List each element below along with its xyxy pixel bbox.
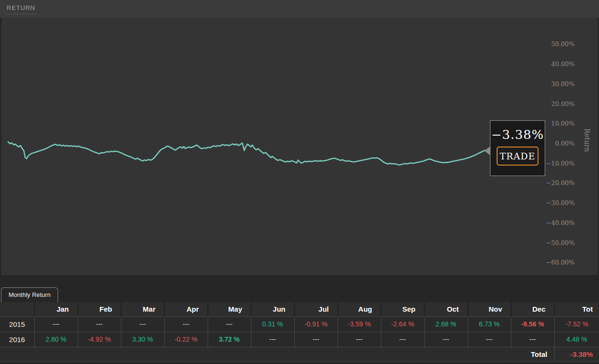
return-tooltip: −3.38% TRADE (490, 120, 545, 176)
y-tick-label: 50.00% (545, 40, 575, 49)
month-column-header-jan: Jan (34, 302, 78, 316)
y-tick-label: −10.00% (545, 159, 575, 168)
tab-monthly-return[interactable]: Monthly Return (1, 287, 58, 302)
return-line-series (8, 142, 485, 165)
month-column-header-nov: Nov (468, 302, 511, 316)
month-column-header-aug: Aug (338, 302, 381, 316)
table-header-row: JanFebMarAprMayJunJulAugSepOctNovDecTot (0, 302, 599, 316)
return-cell: -7.52 % (554, 316, 599, 332)
return-cell: --- (424, 332, 468, 347)
return-chart: 50.00%40.00%30.00%20.00%10.00%0.00%−10.0… (1, 18, 598, 275)
y-tick-label: 40.00% (545, 60, 575, 69)
return-cell: --- (381, 332, 424, 347)
y-tick-label: −60.00% (545, 258, 575, 267)
trade-button[interactable]: TRADE (497, 147, 539, 166)
return-cell: 0.31 % (251, 316, 294, 332)
year-column-header (0, 302, 34, 316)
monthly-return-section: Monthly Return JanFebMarAprMayJunJulAugS… (0, 287, 599, 362)
return-cell: --- (294, 332, 338, 347)
y-tick-label: 30.00% (545, 80, 575, 89)
return-cell: --- (468, 332, 511, 347)
monthly-return-table: JanFebMarAprMayJunJulAugSepOctNovDecTot … (0, 302, 599, 362)
return-cell: -0.91 % (294, 316, 338, 332)
y-tick-label: 20.00% (545, 100, 575, 108)
top-bar: RETURN (0, 0, 599, 18)
return-cell: -3.59 % (338, 316, 381, 332)
return-cell: --- (208, 316, 251, 332)
return-cell: 2.80 % (34, 332, 78, 347)
month-column-header-sep: Sep (381, 302, 424, 316)
return-cell: -0.22 % (164, 332, 208, 347)
return-cell: -9.56 % (511, 316, 554, 332)
return-cell: --- (338, 332, 381, 347)
return-cell: --- (121, 316, 164, 332)
return-cell: 3.72 % (208, 332, 251, 347)
month-column-header-tot: Tot (554, 302, 599, 316)
return-cell: 4.48 % (554, 332, 599, 347)
month-column-header-feb: Feb (78, 302, 121, 316)
return-cell: 2.68 % (424, 316, 468, 332)
y-tick-label: −30.00% (545, 199, 575, 207)
return-cell: --- (164, 316, 208, 332)
table-row-2015: 2015---------------0.31 %-0.91 %-3.59 %-… (0, 316, 599, 332)
year-cell: 2016 (0, 332, 34, 347)
month-column-header-apr: Apr (164, 302, 208, 316)
y-tick-label: −50.00% (545, 239, 575, 247)
table-row-2016: 20162.80 %-4.92 %3.30 %-0.22 %3.72 %----… (0, 332, 599, 347)
return-cell: --- (511, 332, 554, 347)
tooltip-return-value: −3.38% (491, 128, 544, 142)
total-value: -3.38% (554, 347, 599, 361)
month-column-header-may: May (208, 302, 251, 316)
table-body: 2015---------------0.31 %-0.91 %-3.59 %-… (0, 316, 599, 347)
month-column-header-oct: Oct (424, 302, 468, 316)
tooltip-arrow-icon (484, 147, 490, 155)
return-section-title[interactable]: RETURN (6, 3, 37, 14)
y-tick-label: −40.00% (545, 219, 575, 227)
return-cell: 6.73 % (468, 316, 511, 332)
month-column-header-dec: Dec (511, 302, 554, 316)
total-label: Total (0, 347, 554, 361)
month-column-header-jul: Jul (294, 302, 338, 316)
year-cell: 2015 (0, 316, 34, 332)
return-cell: --- (78, 316, 121, 332)
y-tick-label: −20.00% (545, 179, 575, 187)
y-tick-label: 10.00% (545, 119, 575, 128)
return-cell: -4.92 % (78, 332, 121, 347)
return-cell: --- (251, 332, 294, 347)
month-column-header-mar: Mar (121, 302, 164, 316)
y-tick-label: 0.00% (545, 139, 575, 148)
y-axis-title: Return (583, 128, 591, 152)
return-cell: 3.30 % (121, 332, 164, 347)
return-cell: --- (34, 316, 78, 332)
return-cell: -2.64 % (381, 316, 424, 332)
table-total-row: Total -3.38% (0, 347, 599, 361)
month-column-header-jun: Jun (251, 302, 294, 316)
